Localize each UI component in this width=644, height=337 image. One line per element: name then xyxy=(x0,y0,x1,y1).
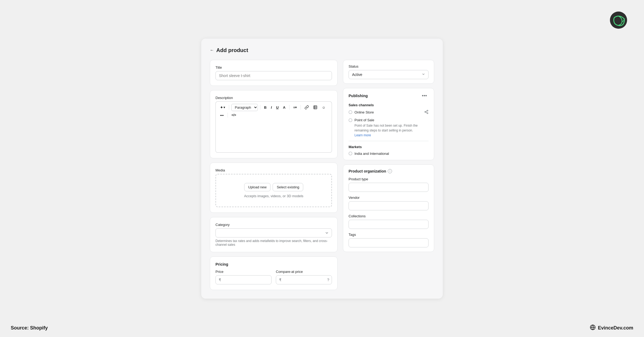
svg-point-5 xyxy=(427,110,428,111)
online-store-radio[interactable] xyxy=(349,110,352,114)
vendor-input[interactable] xyxy=(349,201,429,210)
svg-line-9 xyxy=(426,111,427,112)
status-card: Status Active Draft xyxy=(343,60,434,84)
compare-help-btn[interactable]: ? xyxy=(327,278,329,282)
left-column: Title Description ✦ ▾ Paragraph Heading … xyxy=(210,60,338,290)
market-name: India and International xyxy=(354,152,389,156)
compare-price-field: Compare-at price ₹ 0.00 ? xyxy=(276,270,332,284)
price-prefix: ₹ xyxy=(219,278,221,282)
pos-radio[interactable] xyxy=(349,118,352,122)
org-info-icon[interactable]: i xyxy=(388,169,392,173)
page-header: ← Add product xyxy=(210,47,434,53)
channels-title: Sales channels xyxy=(349,103,429,107)
svg-point-6 xyxy=(425,111,426,112)
collections-field: Collections xyxy=(349,214,429,229)
separator-3 xyxy=(289,105,290,110)
publishing-header: Publishing ••• xyxy=(349,93,429,99)
learn-more-link[interactable]: Learn more xyxy=(354,133,371,137)
align-btn[interactable]: ≡ ▾ xyxy=(292,104,299,111)
globe-icon xyxy=(590,324,596,332)
select-existing-btn[interactable]: Select existing xyxy=(273,183,303,191)
separator-2 xyxy=(260,105,260,110)
product-type-label: Product type xyxy=(349,177,429,181)
code-btn[interactable]: </> xyxy=(230,112,238,118)
market-item: India and International xyxy=(349,152,429,156)
content-layout: Title Description ✦ ▾ Paragraph Heading … xyxy=(210,60,434,290)
separator-5 xyxy=(228,113,228,118)
category-select[interactable] xyxy=(215,228,332,237)
pricing-section: Pricing Price ₹ 0.00 Compare-at price xyxy=(210,257,338,290)
main-card: ← Add product Title Description ✦ ▾ xyxy=(201,39,443,299)
price-input[interactable]: 0.00 xyxy=(215,275,272,284)
pricing-title: Pricing xyxy=(215,262,332,266)
footer-source: Source: Shopify xyxy=(11,325,48,331)
price-field: Price ₹ 0.00 xyxy=(215,270,272,284)
footer-brand: EvinceDev.com xyxy=(590,324,633,332)
font-color-btn[interactable]: A xyxy=(281,104,287,111)
markets-title: Markets xyxy=(349,145,429,149)
separator-1 xyxy=(229,105,229,110)
bold-btn[interactable]: B xyxy=(262,104,268,111)
publishing-more-btn[interactable]: ••• xyxy=(420,93,429,99)
publishing-title: Publishing xyxy=(349,94,368,98)
status-select[interactable]: Active Draft xyxy=(349,70,429,79)
status-label: Status xyxy=(349,64,429,68)
description-editor[interactable] xyxy=(215,120,332,153)
separator-4 xyxy=(301,105,301,110)
title-input[interactable] xyxy=(215,71,332,80)
product-type-field: Product type xyxy=(349,177,429,192)
tags-label: Tags xyxy=(349,233,429,237)
paragraph-select[interactable]: Paragraph Heading 1 Heading 2 xyxy=(231,104,258,111)
compare-input-wrapper: ₹ 0.00 ? xyxy=(276,275,332,284)
online-store-content: Online Store xyxy=(354,110,429,115)
channel-item-pos: Point of Sale Point of Sale has not been… xyxy=(349,118,429,137)
vendor-label: Vendor xyxy=(349,196,429,200)
category-hint: Determines tax rates and adds metafields… xyxy=(215,239,332,247)
logo xyxy=(609,11,628,30)
right-column: Status Active Draft Publishing xyxy=(343,60,434,290)
tags-input[interactable] xyxy=(349,238,429,247)
org-card: Product organization i Product type Vend… xyxy=(343,164,434,252)
back-arrow[interactable]: ← xyxy=(210,48,214,53)
title-label: Title xyxy=(215,65,332,69)
tags-field: Tags xyxy=(349,233,429,247)
compare-prefix: ₹ xyxy=(279,278,281,282)
italic-btn[interactable]: I xyxy=(269,104,273,111)
media-label: Media xyxy=(215,168,332,172)
publishing-divider xyxy=(349,141,429,141)
description-label: Description xyxy=(215,96,332,100)
table-btn[interactable] xyxy=(312,104,319,111)
pos-content: Point of Sale Point of Sale has not been… xyxy=(354,118,429,137)
title-card: Title xyxy=(210,60,338,86)
underline-btn[interactable]: U xyxy=(275,104,280,111)
price-label: Price xyxy=(215,270,272,274)
compare-price-input[interactable]: 0.00 xyxy=(276,275,332,284)
more-btn[interactable]: ••• xyxy=(218,112,225,118)
category-card: Category Determines tax rates and adds m… xyxy=(210,217,338,252)
price-input-wrapper: ₹ 0.00 xyxy=(215,275,272,284)
editor-toolbar: ✦ ▾ Paragraph Heading 1 Heading 2 B I U … xyxy=(215,101,332,120)
category-label: Category xyxy=(215,223,332,227)
market-radio[interactable] xyxy=(349,152,352,155)
product-type-input[interactable] xyxy=(349,183,429,192)
org-title: Product organization xyxy=(349,169,386,173)
pos-name: Point of Sale xyxy=(354,118,374,122)
online-store-name: Online Store xyxy=(354,110,374,114)
brand-name: EvinceDev.com xyxy=(598,325,633,331)
collections-input[interactable] xyxy=(349,220,429,229)
svg-rect-1 xyxy=(314,106,317,109)
page-title: Add product xyxy=(216,47,248,53)
media-hint: Accepts images, videos, or 3D models xyxy=(244,194,303,198)
media-dropzone[interactable]: Upload new Select existing Accepts image… xyxy=(215,174,332,207)
upload-new-btn[interactable]: Upload new xyxy=(244,183,271,191)
status-select-wrapper: Active Draft xyxy=(349,70,429,79)
publishing-card: Publishing ••• Sales channels Online Sto… xyxy=(343,88,434,160)
media-card: Media Upload new Select existing Accepts… xyxy=(210,163,338,213)
magic-btn[interactable]: ✦ ▾ xyxy=(218,104,227,111)
pricing-row: Price ₹ 0.00 Compare-at price ₹ 0.00 xyxy=(215,270,332,284)
org-header: Product organization i xyxy=(349,169,429,173)
vendor-field: Vendor xyxy=(349,196,429,210)
link-btn[interactable] xyxy=(303,104,310,111)
share-icon[interactable] xyxy=(424,110,429,115)
emoji-btn[interactable]: ☺ xyxy=(320,104,327,111)
